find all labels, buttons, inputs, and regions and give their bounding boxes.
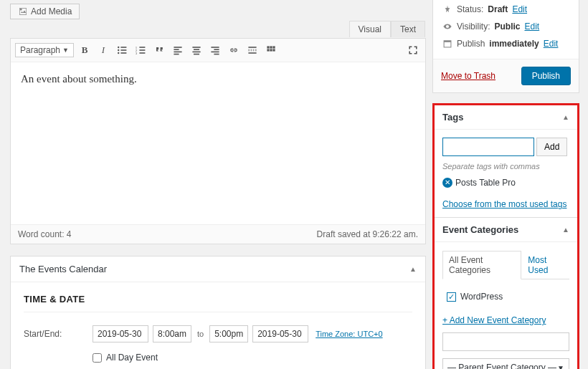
move-to-trash-link[interactable]: Move to Trash <box>441 71 495 81</box>
svg-rect-2 <box>120 47 126 48</box>
svg-point-3 <box>118 49 119 51</box>
svg-rect-16 <box>174 54 179 55</box>
tags-header[interactable]: Tags ▲ <box>435 105 577 130</box>
tags-hint: Separate tags with commas <box>442 162 569 171</box>
svg-rect-19 <box>192 52 200 53</box>
tags-panel: Tags ▲ Add Separate tags with commas ✕ P… <box>435 105 577 218</box>
link-button[interactable] <box>226 42 242 58</box>
blockquote-button[interactable] <box>151 42 167 58</box>
svg-rect-8 <box>139 47 145 48</box>
category-item[interactable]: ✓ WordPress <box>447 289 565 304</box>
add-new-category-link[interactable]: + Add New Event Category <box>442 315 569 325</box>
category-list: ✓ WordPress <box>442 287 569 307</box>
svg-rect-32 <box>270 49 272 51</box>
start-date-input[interactable] <box>93 325 148 342</box>
align-center-button[interactable] <box>189 42 204 58</box>
visibility-value: Public <box>494 21 520 32</box>
schedule-label: Publish <box>457 39 485 49</box>
bullet-list-button[interactable] <box>114 42 130 58</box>
remove-tag-icon[interactable]: ✕ <box>442 178 452 188</box>
paragraph-select[interactable]: Paragraph ▼ <box>15 43 74 57</box>
more-button[interactable] <box>245 42 260 58</box>
svg-rect-17 <box>192 47 200 48</box>
categories-header[interactable]: Event Categories ▲ <box>435 218 577 242</box>
calendar-icon <box>442 39 452 49</box>
svg-rect-23 <box>211 52 219 53</box>
svg-rect-20 <box>194 54 199 55</box>
svg-rect-15 <box>174 52 181 53</box>
chevron-down-icon: ▼ <box>62 47 69 54</box>
collapse-icon: ▲ <box>409 265 417 273</box>
new-category-input[interactable] <box>442 332 569 351</box>
svg-text:3: 3 <box>136 52 138 55</box>
choose-most-used-tags-link[interactable]: Choose from the most used tags <box>442 199 569 209</box>
svg-point-5 <box>118 52 119 54</box>
editor-toolbar: Paragraph ▼ B I 123 <box>11 39 425 62</box>
tag-chip-label: Posts Table Pro <box>455 178 516 188</box>
publish-button[interactable]: Publish <box>521 67 571 85</box>
svg-rect-14 <box>174 49 179 50</box>
to-separator: to <box>196 330 205 338</box>
schedule-edit-link[interactable]: Edit <box>544 39 559 49</box>
visibility-label: Visibility: <box>457 21 490 32</box>
categories-panel: Event Categories ▲ All Event Categories … <box>435 218 577 369</box>
bold-button[interactable]: B <box>77 42 93 58</box>
tags-input[interactable] <box>442 138 534 156</box>
publish-panel: Status: Draft Edit Visibility: Public Ed… <box>432 0 579 93</box>
end-time-input[interactable] <box>209 325 248 342</box>
word-count: Word count: 4 <box>18 229 71 239</box>
start-time-input[interactable] <box>153 325 191 342</box>
start-end-label: Start/End: <box>24 329 88 339</box>
metabox-header[interactable]: The Events Calendar ▲ <box>11 257 425 282</box>
highlighted-sidebar-group: Tags ▲ Add Separate tags with commas ✕ P… <box>432 103 579 369</box>
numbered-list-button[interactable]: 123 <box>133 42 148 58</box>
svg-rect-31 <box>267 49 269 51</box>
add-media-label: Add Media <box>31 6 72 16</box>
svg-rect-28 <box>267 46 269 48</box>
editor-content[interactable]: An event about something. <box>11 62 425 224</box>
tab-all-categories[interactable]: All Event Categories <box>442 251 521 279</box>
tab-text[interactable]: Text <box>391 21 425 37</box>
all-day-checkbox[interactable] <box>93 353 102 363</box>
draft-saved: Draft saved at 9:26:22 am. <box>317 229 418 239</box>
svg-rect-21 <box>211 47 219 48</box>
svg-rect-4 <box>120 49 126 51</box>
fullscreen-button[interactable] <box>405 42 421 58</box>
timezone-link[interactable]: Time Zone: UTC+0 <box>316 330 382 338</box>
svg-rect-29 <box>270 46 272 48</box>
eye-icon <box>442 21 452 32</box>
svg-rect-25 <box>248 47 256 48</box>
svg-rect-13 <box>174 47 181 48</box>
svg-rect-12 <box>139 52 145 54</box>
tab-visual[interactable]: Visual <box>349 21 391 37</box>
visibility-edit-link[interactable]: Edit <box>524 21 539 32</box>
schedule-value: immediately <box>489 39 539 49</box>
status-edit-link[interactable]: Edit <box>512 4 527 14</box>
end-date-input[interactable] <box>252 325 308 342</box>
editor: Visual Text Paragraph ▼ B I 123 An event… <box>10 38 426 244</box>
chevron-down-icon: ▼ <box>557 364 564 370</box>
svg-rect-24 <box>214 54 219 55</box>
add-tag-button[interactable]: Add <box>536 138 567 156</box>
tag-chip: ✕ Posts Table Pro <box>442 178 569 188</box>
align-left-button[interactable] <box>170 42 186 58</box>
italic-button[interactable]: I <box>95 42 111 58</box>
media-icon <box>18 6 28 16</box>
svg-rect-26 <box>248 49 256 51</box>
status-label: Status: <box>457 4 483 14</box>
parent-category-select[interactable]: — Parent Event Category — ▼ <box>442 358 569 369</box>
tab-most-used[interactable]: Most Used <box>521 251 569 279</box>
add-media-button[interactable]: Add Media <box>10 4 80 19</box>
svg-rect-22 <box>214 49 219 50</box>
collapse-icon: ▲ <box>562 226 569 234</box>
svg-rect-6 <box>120 52 126 54</box>
collapse-icon: ▲ <box>562 113 569 121</box>
status-value: Draft <box>488 4 508 14</box>
align-right-button[interactable] <box>207 42 223 58</box>
all-day-label: All Day Event <box>106 353 158 363</box>
toolbar-toggle-button[interactable] <box>263 42 279 58</box>
checkbox-checked-icon[interactable]: ✓ <box>447 292 456 302</box>
svg-point-0 <box>20 9 22 11</box>
svg-point-1 <box>118 47 119 48</box>
events-calendar-metabox: The Events Calendar ▲ TIME & DATE Start/… <box>10 256 426 369</box>
